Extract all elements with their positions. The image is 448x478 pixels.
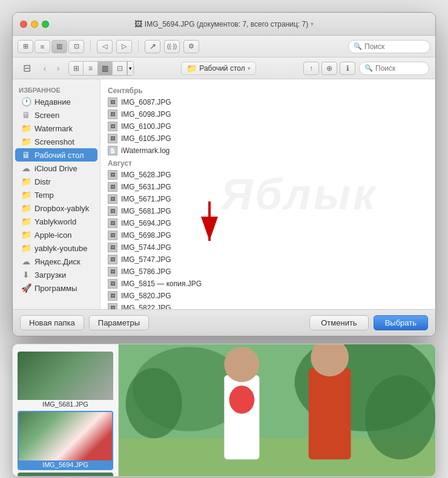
file-thumb-icon: 🖼 [108,243,117,252]
sidebar-item-watermark[interactable]: 📁 Watermark [15,122,97,135]
svg-point-7 [224,347,259,382]
yablyk-icon: 📁 [21,217,31,226]
chevron-view-icon[interactable]: ▾ [127,62,133,75]
sidebar-item-temp-label: Temp [35,191,54,200]
nav-bar: ⊟ ‹ › ⊞ ≡ ▥ ⊡ ▾ 📁 Рабочий стол ▾ ↑ ⊕ ℹ 🔍 [13,57,435,79]
file-name: IMG_5671.JPG [121,195,171,203]
sidebar-item-icloud-label: iCloud Drive [35,164,77,173]
list-item[interactable]: 🖼 IMG_5628.JPG [100,169,435,181]
list-item[interactable]: 🖼 IMG_5681.JPG [100,205,435,217]
nav-search-input[interactable] [375,64,424,73]
sidebar-item-distr-label: Distr [35,177,51,186]
file-list: Яблык Сентябрь 🖼 IMG_6087.JPG 🖼 IMG_6098… [100,79,435,309]
cancel-button[interactable]: Отменить [309,315,368,330]
file-type-icon: 🖼 [134,19,142,28]
sidebar-item-apple-icon[interactable]: 📁 Apple-icon [15,228,97,241]
view-list-button[interactable]: ≡ [35,40,50,53]
view-columns-button[interactable]: ⊞ [18,40,33,53]
title-bar: 🖼 IMG_5694.JPG (документов: 7, всего стр… [13,13,435,36]
view-gallery-button[interactable]: ⊡ [113,62,127,75]
airdrop-button[interactable]: ((·)) [164,40,180,53]
back-history-button[interactable]: ◁ [97,40,113,53]
forward-history-button[interactable]: ▷ [116,40,132,53]
sidebar-item-yablyk[interactable]: 📁 Yablykworld [15,215,97,228]
file-name: IMG_5815 — копия.JPG [121,280,202,288]
options-button[interactable]: Параметры [89,315,149,330]
list-item[interactable]: 🖼 IMG_6105.JPG [100,133,435,145]
info-button[interactable]: ℹ [340,62,355,75]
current-folder-label: Рабочий стол [199,64,245,73]
view-cover-button[interactable]: ⊡ [68,40,84,53]
new-folder-nav-button[interactable]: ⊕ [321,62,337,75]
sidebar-item-downloads[interactable]: ⬇ Загрузки [15,268,97,281]
view-column-button2[interactable]: ▥ [98,62,113,75]
file-name: IMG_5694.JPG [121,219,171,228]
maximize-button[interactable] [42,21,49,28]
list-item[interactable]: 🖼 IMG_5671.JPG [100,193,435,205]
sidebar-item-screen[interactable]: 🖥 Screen [15,108,97,122]
sidebar-item-yandex[interactable]: ☁ Яндекс.Диск [15,255,97,268]
view-icon-button[interactable]: ⊞ [69,62,84,75]
sidebar-item-yablyk-label: Yablykworld [35,217,76,226]
sidebar-item-youtube[interactable]: 📁 yablyk-youtube [15,241,97,255]
sidebar-item-distr[interactable]: 📁 Distr [15,175,97,188]
sidebar-item-downloads-label: Загрузки [35,270,66,280]
file-thumb-icon: 🖼 [108,182,117,192]
list-item[interactable]: 🖼 IMG_5744.JPG [100,241,435,254]
select-button[interactable]: Выбрать [374,315,428,330]
file-picker-dialog: 🖼 IMG_5694.JPG (документов: 7, всего стр… [12,12,436,336]
preview-sidebar: IMG_5681.JPG IMG_5694.JPG IMG_5698.JPG [13,344,119,476]
file-thumb-icon: 🖼 [108,231,117,240]
file-name: IMG_5698.JPG [121,231,171,240]
section-august: Август [100,157,435,169]
list-item[interactable]: 🖼 IMG_6098.JPG [100,108,435,120]
list-item[interactable]: 🖼 IMG_5822.JPG [100,302,435,309]
file-name: IMG_5744.JPG [121,243,171,252]
share-button[interactable]: ↗ [145,40,160,53]
preview-thumb-5681[interactable]: IMG_5681.JPG [18,352,113,408]
list-item[interactable]: 🖼 IMG_5815 — копия.JPG [100,278,435,290]
downloads-icon: ⬇ [21,270,31,280]
list-item[interactable]: 🖼 IMG_5786.JPG [100,266,435,278]
list-item[interactable]: 🖼 IMG_5820.JPG [100,290,435,302]
toolbar-search-input[interactable] [364,42,425,51]
action-button[interactable]: ⚙ [183,40,199,53]
list-item[interactable]: 🖼 IMG_5747.JPG [100,254,435,266]
sidebar-item-programs[interactable]: 🚀 Программы [15,281,97,295]
list-item[interactable]: 🖼 IMG_5631.JPG [100,181,435,193]
preview-thumb-5698[interactable]: IMG_5698.JPG [18,473,113,476]
svg-point-11 [126,368,182,438]
list-item[interactable]: 🖼 IMG_6100.JPG [100,120,435,133]
sidebar-section-label: Избранное [13,84,100,95]
sidebar-toggle-button[interactable]: ⊟ [19,62,35,75]
list-item[interactable]: 🖼 IMG_5694.JPG [100,217,435,229]
list-item[interactable]: 🖼 IMG_6087.JPG [100,96,435,108]
chevron-down-icon[interactable]: ▾ [311,21,314,27]
new-folder-button[interactable]: Новая папка [20,315,84,330]
minimize-button[interactable] [31,21,38,28]
sidebar-item-dropbox[interactable]: 📁 Dropbox-yablyk [15,201,97,215]
share-nav-button[interactable]: ↑ [303,62,319,75]
svg-rect-9 [309,368,351,459]
view-column-button[interactable]: ▥ [51,40,67,53]
preview-thumb-5694[interactable]: IMG_5694.JPG [18,411,113,470]
sidebar-item-apple-label: Apple-icon [35,231,71,240]
nav-back-button[interactable]: ‹ [38,62,51,75]
sidebar-item-temp[interactable]: 📁 Temp [15,188,97,201]
list-item[interactable]: 🖼 IMG_5698.JPG [100,229,435,241]
nav-search-icon: 🔍 [364,64,373,72]
location-folder-button[interactable]: 📁 Рабочий стол ▾ [181,62,255,75]
close-button[interactable] [20,21,27,28]
thumb-label-5681: IMG_5681.JPG [18,400,113,408]
sidebar-item-recent[interactable]: 🕐 Недавние [15,95,97,108]
preview-area: IMG_5681.JPG IMG_5694.JPG IMG_5698.JPG [12,344,436,477]
sidebar-item-desktop[interactable]: 🖥 Рабочий стол [15,148,97,162]
view-list-button2[interactable]: ≡ [84,62,98,75]
nav-forward-button[interactable]: › [51,62,65,75]
list-item[interactable]: 📄 iWatermark.log [100,145,435,157]
watermark-folder-icon: 📁 [21,123,31,133]
file-name: IMG_5786.JPG [121,267,171,276]
sidebar-item-icloud[interactable]: ☁ iCloud Drive [15,162,97,175]
file-thumb-icon: 🖼 [108,194,117,204]
sidebar-item-screenshot[interactable]: 📁 Screenshot [15,135,97,148]
